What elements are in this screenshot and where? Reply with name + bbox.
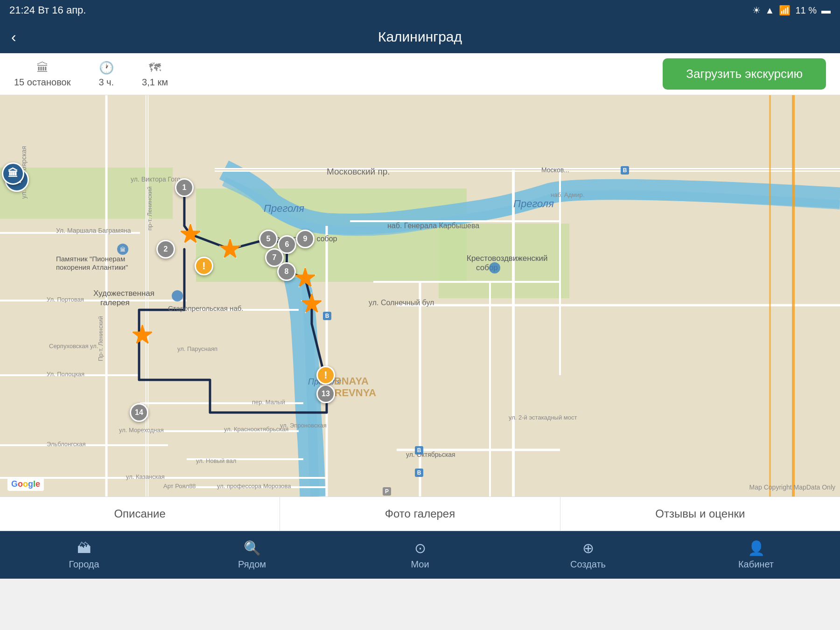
svg-text:ул. Новый вал: ул. Новый вал xyxy=(196,457,236,464)
svg-point-80 xyxy=(172,290,183,301)
svg-text:B: B xyxy=(623,167,627,174)
wifi2-icon: 📶 xyxy=(779,5,791,16)
google-logo: Google xyxy=(7,477,44,491)
svg-text:Пр-т. Ленинский: Пр-т. Ленинский xyxy=(97,316,104,361)
nav-mine[interactable]: ⊙ Мои xyxy=(336,540,504,570)
svg-text:Арт Роял88: Арт Роял88 xyxy=(163,483,196,490)
status-bar: 21:24 Вт 16 апр. ☀ ▲ 📶 11 % ▬ xyxy=(0,0,840,21)
mine-icon: ⊙ xyxy=(414,540,426,556)
wifi-icon: ☀ xyxy=(752,5,761,16)
status-day: Вт 16 апр. xyxy=(38,4,86,16)
distance-stat: 🗺 3,1 км xyxy=(142,61,168,88)
nearby-label: Рядом xyxy=(238,559,266,570)
marker-m8[interactable]: 8 xyxy=(277,262,296,281)
svg-text:пер. Малый: пер. Малый xyxy=(252,399,285,406)
svg-text:P: P xyxy=(385,488,389,495)
svg-text:B: B xyxy=(417,447,421,454)
svg-text:наб. Адмир.: наб. Адмир. xyxy=(551,191,584,198)
svg-text:галерея: галерея xyxy=(100,298,130,307)
marker-m2[interactable]: 2 xyxy=(156,240,175,259)
marker-blue1[interactable]: 🏛 xyxy=(2,162,24,185)
svg-text:ул. профессора Морозова: ул. профессора Морозова xyxy=(217,483,291,490)
map-copyright: Map Copyright MapData Only xyxy=(749,483,835,491)
marker-exclaim2[interactable]: ! xyxy=(316,366,335,385)
stops-stat: 🏛 15 остановок xyxy=(14,61,70,88)
account-icon: 👤 xyxy=(748,540,765,556)
duration-stat: 🕐 3 ч. xyxy=(98,61,114,88)
svg-text:ул. Солнечный бул: ул. Солнечный бул xyxy=(369,299,434,307)
nearby-icon: 🔍 xyxy=(244,540,261,556)
svg-text:Ул. Портовая: Ул. Портовая xyxy=(47,296,84,303)
svg-text:ул. Мореходная: ул. Мореходная xyxy=(119,427,164,434)
svg-text:Памятник "Пионерам: Памятник "Пионерам xyxy=(56,255,125,263)
svg-text:ул. Краснооктябрьская: ул. Краснооктябрьская xyxy=(224,426,288,433)
map-background: Преголя Преголя Преголя Московский пр. н… xyxy=(0,95,840,497)
cities-label: Города xyxy=(69,559,99,570)
marker-m9[interactable]: 9 xyxy=(296,230,315,248)
svg-text:ул. Казанская: ул. Казанская xyxy=(126,473,165,480)
svg-text:ул. Паруснаяп: ул. Паруснаяп xyxy=(177,345,217,352)
map-container[interactable]: Преголя Преголя Преголя Московский пр. н… xyxy=(0,95,840,497)
svg-text:Московский пр.: Московский пр. xyxy=(327,167,390,176)
status-icons: ☀ ▲ 📶 11 % ▬ xyxy=(752,5,831,16)
tab-reviews[interactable]: Отзывы и оценки xyxy=(560,497,840,531)
svg-text:🏛: 🏛 xyxy=(120,246,126,253)
svg-text:Старопрегольская наб.: Старопрегольская наб. xyxy=(168,304,244,312)
nav-create[interactable]: ⊕ Создать xyxy=(504,540,672,570)
svg-text:пр-т. Ленинский: пр-т. Ленинский xyxy=(146,187,153,231)
svg-text:Ул. Маршала Баграмяна: Ул. Маршала Баграмяна xyxy=(56,227,131,234)
toolbar: 🏛 15 остановок 🕐 3 ч. 🗺 3,1 км Загрузить… xyxy=(0,53,840,95)
account-label: Кабинет xyxy=(738,559,774,570)
svg-text:ул. Эпроновская: ул. Эпроновская xyxy=(280,422,327,429)
svg-text:ул. 2-й эстакадный мост: ул. 2-й эстакадный мост xyxy=(509,414,577,421)
nav-bar: ‹ Калининград xyxy=(0,21,840,53)
stops-icon: 🏛 xyxy=(36,61,49,75)
svg-text:ул. Октябрьская: ул. Октябрьская xyxy=(406,451,455,458)
svg-text:ул. Виктора Гого: ул. Виктора Гого xyxy=(131,175,181,183)
battery-icon: ▬ xyxy=(821,5,831,16)
svg-text:Преголя: Преголя xyxy=(513,198,554,210)
status-time: 21:24 xyxy=(9,4,35,16)
back-button[interactable]: ‹ xyxy=(11,28,16,46)
svg-text:Эльблонгская: Эльблонгская xyxy=(47,441,85,448)
status-time-day: 21:24 Вт 16 апр. xyxy=(9,4,86,16)
tabs-bar: Описание Фото галерея Отзывы и оценки xyxy=(0,497,840,531)
marker-m14[interactable]: 14 xyxy=(130,403,148,422)
svg-text:B: B xyxy=(325,313,329,319)
tab-photo-gallery[interactable]: Фото галерея xyxy=(280,497,560,531)
svg-point-81 xyxy=(489,262,500,273)
nav-account[interactable]: 👤 Кабинет xyxy=(672,540,840,570)
nav-nearby[interactable]: 🔍 Рядом xyxy=(168,540,336,570)
tab-description[interactable]: Описание xyxy=(0,497,280,531)
bottom-nav: 🏔 Города 🔍 Рядом ⊙ Мои ⊕ Создать 👤 Кабин… xyxy=(0,531,840,579)
svg-text:Москов...: Москов... xyxy=(541,166,569,174)
mine-label: Мои xyxy=(411,559,429,570)
svg-text:покорения Атлантики": покорения Атлантики" xyxy=(56,263,128,271)
toolbar-stats: 🏛 15 остановок 🕐 3 ч. 🗺 3,1 км xyxy=(14,61,663,88)
create-label: Создать xyxy=(570,559,606,570)
svg-text:Крестовоздвиженский: Крестовоздвиженский xyxy=(467,254,547,263)
svg-text:Серпуховская ул.: Серпуховская ул. xyxy=(49,343,98,350)
marker-m1[interactable]: 1 xyxy=(175,178,194,197)
svg-text:Ул. Полоцкая: Ул. Полоцкая xyxy=(47,371,84,378)
svg-text:Преголя: Преголя xyxy=(264,203,304,214)
distance-label: 3,1 км xyxy=(142,77,168,88)
svg-text:наб. Генерала Карбышева: наб. Генерала Карбышева xyxy=(387,222,479,230)
marker-m13[interactable]: 13 xyxy=(316,385,335,403)
duration-icon: 🕐 xyxy=(99,61,114,75)
duration-label: 3 ч. xyxy=(98,77,114,88)
battery-label: 11 % xyxy=(795,5,817,16)
page-title: Калининград xyxy=(378,29,462,45)
create-icon: ⊕ xyxy=(582,540,594,556)
marker-m12[interactable]: ! xyxy=(195,257,213,275)
upload-button[interactable]: Загрузить экскурсию xyxy=(663,58,826,90)
nav-cities[interactable]: 🏔 Города xyxy=(0,540,168,570)
cities-icon: 🏔 xyxy=(77,540,91,556)
stops-label: 15 остановок xyxy=(14,77,70,88)
svg-text:Художественная: Художественная xyxy=(93,289,154,298)
marker-m5[interactable]: 5 xyxy=(259,230,278,248)
signal-icon: ▲ xyxy=(765,5,775,16)
distance-icon: 🗺 xyxy=(149,61,161,75)
svg-text:B: B xyxy=(417,469,421,476)
